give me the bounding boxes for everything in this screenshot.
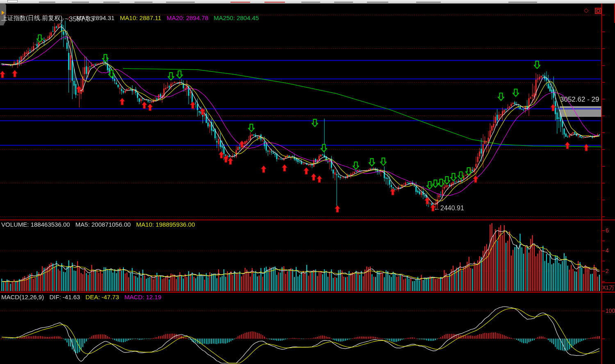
- toolbar-button-remnant[interactable]: [508, 2, 537, 3]
- toolbar-button-remnant[interactable]: [39, 2, 55, 3]
- restore-window-icon[interactable]: [595, 8, 601, 14]
- trough-price-annotation: ←2440.91: [434, 205, 464, 212]
- macd-value: MACD: 12.19: [124, 293, 161, 300]
- toolbar-white-button[interactable]: [7, 0, 18, 2]
- diamond-icon[interactable]: ◇: [584, 7, 589, 14]
- toolbar-red-button-remnant[interactable]: [264, 2, 285, 3]
- macd-name: MACD(12,26,9): [1, 293, 44, 300]
- volume-axis-tick-6: 6: [606, 227, 609, 234]
- chart-canvas[interactable]: [0, 0, 615, 364]
- instrument-title: 上证指数(日线.前复权): [1, 14, 62, 21]
- volume-ma10-value: MA10: 198895936.00: [136, 221, 195, 228]
- toolbar-button-remnant[interactable]: [72, 2, 89, 3]
- volume-axis-tick-2: 2: [606, 268, 609, 274]
- ma20-value: MA20: 2894.78: [166, 14, 208, 21]
- toolbar-button-remnant[interactable]: [367, 2, 388, 3]
- ma250-value: MA250: 2804.45: [214, 14, 259, 21]
- main-chart-header: 上证指数(日线.前复权) ↑ MA5: 2894.31 MA10: 2887.1…: [1, 14, 262, 22]
- range-tooltip: 3052.62 - 29: [560, 96, 599, 104]
- trading-app-window: 上证指数(日线.前复权) ↑ MA5: 2894.31 MA10: 2887.1…: [0, 0, 615, 364]
- ma10-value: MA10: 2887.11: [120, 14, 162, 21]
- volume-value: VOLUME: 188463536.00: [1, 221, 70, 228]
- toolbar-button-remnant[interactable]: [166, 2, 195, 3]
- toolbar-button-remnant[interactable]: [416, 2, 441, 3]
- dea-value: DEA: -47.73: [86, 293, 119, 300]
- toolbar-button-remnant[interactable]: [334, 2, 353, 3]
- volume-axis-tick-4: 4: [606, 247, 609, 254]
- toolbar-button-remnant[interactable]: [103, 2, 120, 3]
- macd-pane-header: MACD(12,26,9) DIF: -41.63 DEA: -47.73 MA…: [1, 293, 165, 300]
- peak-price-annotation: ~3587.03: [65, 15, 94, 23]
- top-toolbar: [0, 0, 615, 4]
- dif-value: DIF: -41.63: [49, 293, 80, 300]
- toolbar-button-remnant[interactable]: [301, 2, 320, 3]
- volume-axis-unit: X1万: [602, 284, 614, 291]
- volume-ma5-value: MA5: 200871056.00: [75, 221, 131, 228]
- toolbar-red-button-remnant[interactable]: [230, 2, 250, 3]
- volume-pane-header: VOLUME: 188463536.00 MA5: 200871056.00 M…: [1, 221, 199, 228]
- toolbar-button-remnant[interactable]: [134, 2, 153, 3]
- macd-axis-tick-100: 100: [606, 307, 615, 314]
